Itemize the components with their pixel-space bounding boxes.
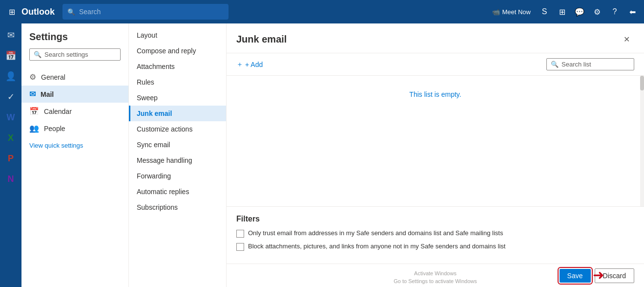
apps-icon[interactable]: ⊞	[554, 4, 570, 20]
people-nav-icon[interactable]: 👤	[1, 66, 21, 86]
filter-checkbox-2[interactable]	[236, 243, 244, 251]
help-icon[interactable]: ?	[607, 4, 623, 20]
submenu-customize-actions[interactable]: Customize actions	[129, 121, 226, 137]
filter-option-2: Block attachments, pictures, and links f…	[236, 243, 634, 251]
powerpoint-nav-icon[interactable]: P	[1, 149, 21, 168]
mail-submenu: Layout Compose and reply Attachments Rul…	[129, 23, 227, 287]
main-layout: ✉ 📅 👤 ✓ W X P N Settings 🔍 ⚙ General ✉ M…	[0, 23, 644, 287]
settings-search-input[interactable]	[44, 51, 116, 58]
mail-icon: ✉	[29, 89, 36, 99]
skype-icon[interactable]: S	[537, 4, 552, 20]
junk-filters: Filters Only trust email from addresses …	[227, 206, 644, 264]
icon-bar: ✉ 📅 👤 ✓ W X P N	[0, 23, 21, 287]
word-nav-icon[interactable]: W	[1, 108, 21, 127]
submenu-automatic-replies[interactable]: Automatic replies	[129, 184, 226, 199]
content-area: Junk email ✕ ＋ + Add 🔍 This list is empt…	[227, 23, 644, 287]
junk-list-area: This list is empty.	[227, 76, 644, 206]
submenu-attachments[interactable]: Attachments	[129, 59, 226, 74]
settings-icon[interactable]: ⚙	[589, 4, 605, 20]
settings-search-box[interactable]: 🔍	[29, 48, 121, 61]
filter-checkbox-1[interactable]	[236, 230, 244, 238]
submenu-sync-email[interactable]: Sync email	[129, 137, 226, 153]
video-icon: 📹	[492, 8, 500, 16]
submenu-compose-reply[interactable]: Compose and reply	[129, 43, 226, 59]
view-quick-settings-link[interactable]: View quick settings	[21, 139, 128, 152]
app-name: Outlook	[21, 7, 55, 17]
waffle-menu-icon[interactable]: ⊞	[4, 4, 20, 20]
tasks-nav-icon[interactable]: ✓	[1, 87, 21, 107]
submenu-sweep[interactable]: Sweep	[129, 90, 226, 106]
filter-label-1: Only trust email from addresses in my Sa…	[248, 229, 503, 237]
add-icon: ＋	[236, 60, 243, 69]
junk-toolbar: ＋ + Add 🔍	[227, 53, 644, 76]
people-icon: 👥	[29, 124, 39, 133]
junk-email-title: Junk email	[236, 34, 287, 45]
close-button[interactable]: ✕	[619, 31, 634, 47]
filters-title: Filters	[236, 215, 634, 223]
settings-nav-general[interactable]: ⚙ General	[21, 68, 128, 86]
settings-nav-calendar[interactable]: 📅 Calendar	[21, 103, 128, 120]
onenote-nav-icon[interactable]: N	[1, 169, 21, 189]
filter-option-1: Only trust email from addresses in my Sa…	[236, 229, 634, 238]
search-list-box[interactable]: 🔍	[546, 58, 634, 70]
bottom-bar: Activate Windows Go to Settings to activ…	[227, 264, 644, 287]
topbar-right-icons: 📹 Meet Now S ⊞ 💬 ⚙ ? ⬅	[488, 4, 640, 20]
settings-nav-mail[interactable]: ✉ Mail	[21, 86, 128, 103]
search-list-icon: 🔍	[551, 61, 559, 68]
settings-sidebar: Settings 🔍 ⚙ General ✉ Mail 📅 Calendar 👥…	[21, 23, 129, 287]
submenu-forwarding[interactable]: Forwarding	[129, 168, 226, 184]
submenu-message-handling[interactable]: Message handling	[129, 153, 226, 168]
topbar: ⊞ Outlook 🔍 📹 Meet Now S ⊞ 💬 ⚙ ? ⬅	[0, 0, 644, 23]
arrow-indicator: ➜	[593, 267, 604, 283]
general-icon: ⚙	[29, 72, 36, 82]
filter-label-2: Block attachments, pictures, and links f…	[248, 243, 505, 250]
calendar-nav-icon[interactable]: 📅	[1, 46, 21, 66]
save-button[interactable]: Save	[560, 269, 591, 283]
settings-title: Settings	[21, 31, 128, 48]
settings-nav-people[interactable]: 👥 People	[21, 120, 128, 137]
junk-email-panel: Junk email ✕ ＋ + Add 🔍 This list is empt…	[227, 23, 644, 264]
submenu-junk-email[interactable]: Junk email	[129, 106, 226, 121]
search-list-input[interactable]	[561, 61, 630, 68]
search-icon: 🔍	[67, 8, 75, 16]
empty-list-message: This list is empty.	[227, 76, 644, 113]
feedback-icon[interactable]: ⬅	[624, 4, 640, 20]
meet-now-button[interactable]: 📹 Meet Now	[488, 6, 535, 18]
excel-nav-icon[interactable]: X	[1, 128, 21, 148]
settings-search-icon: 🔍	[34, 51, 42, 58]
submenu-subscriptions[interactable]: Subscriptions	[129, 199, 226, 215]
search-box[interactable]: 🔍	[62, 4, 229, 20]
mail-nav-icon[interactable]: ✉	[1, 25, 21, 45]
calendar-icon: 📅	[29, 107, 39, 116]
add-button[interactable]: ＋ + Add	[236, 60, 263, 69]
junk-header: Junk email ✕	[227, 23, 644, 53]
submenu-rules[interactable]: Rules	[129, 74, 226, 90]
scrollbar-thumb[interactable]	[640, 76, 644, 90]
chat-icon[interactable]: 💬	[572, 4, 587, 20]
windows-watermark: Activate Windows Go to Settings to activ…	[394, 270, 477, 285]
submenu-layout[interactable]: Layout	[129, 27, 226, 43]
search-input[interactable]	[79, 8, 224, 16]
